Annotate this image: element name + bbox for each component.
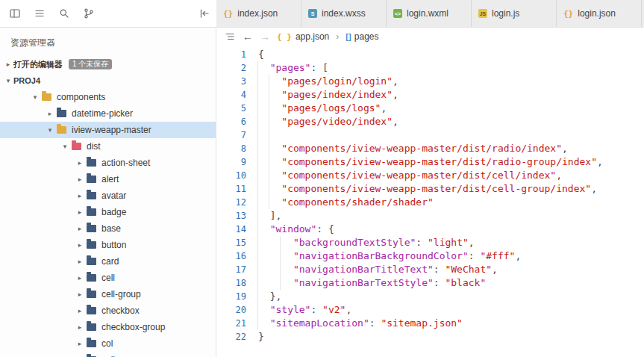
breadcrumb-node[interactable]: [ ] pages [346,31,378,42]
code-line-20: 20 "style": "v2", [216,303,644,317]
tree-item-label: components [57,92,105,102]
line-number: 3 [216,75,246,88]
chevron-down-icon: ▾ [45,126,55,134]
code-line-19: 19 }, [216,290,644,303]
code-line-text: "pages/logs/logs", [246,102,387,115]
folder-icon [87,241,96,249]
tree-item-label: cell-group [101,289,141,299]
tab-index.json[interactable]: {}index.json [216,0,301,27]
chevron-right-icon: ▸ [75,274,85,282]
line-number: 12 [216,196,246,209]
tree-item-dist[interactable]: ▾dist [0,138,216,155]
line-number: 16 [216,249,246,263]
tree-item-col[interactable]: ▸col [0,335,216,352]
breadcrumb: ← → { } app.json › [ ] pages [216,28,644,46]
project-root[interactable]: ▾ PROJ4 [0,72,216,89]
tree-item-checkbox[interactable]: ▸checkbox [0,302,216,319]
code-line-5: 5 "pages/logs/logs", [216,102,644,115]
tab-label: index.json [237,8,278,19]
code-line-1: 1{ [216,48,644,61]
tree-item-button[interactable]: ▸button [0,237,216,253]
list-icon[interactable] [34,7,46,19]
tree-item-label: col [101,338,113,349]
code-line-text: "components/iview-weapp-master/dist/cell… [246,169,562,182]
tree-item-base[interactable]: ▸base [0,220,216,237]
code-lines: 1{2 "pages": [3 "pages/login/login",4 "p… [216,48,644,344]
line-number: 7 [216,128,246,142]
tree-item-cell-group[interactable]: ▸cell-group [0,286,216,302]
tab-login.wxml[interactable]: <>login.wxml [387,0,472,27]
folder-icon [42,93,51,101]
code-line-text: }, [246,290,281,303]
explorer-title: 资源管理器 [0,28,216,56]
folder-icon [87,323,96,331]
tree-item-label: button [101,240,126,250]
back-arrow-icon[interactable]: ← [243,31,253,42]
tree-item-avatar[interactable]: ▸avatar [0,187,216,204]
tab-login.js[interactable]: JSlogin.js [472,0,557,27]
chevron-right-icon: ▸ [75,159,85,167]
forward-arrow-icon[interactable]: → [260,31,270,42]
tree-item-label: cell [101,273,115,283]
code-line-text: "navigationBarTitleText": "WeChat", [246,263,498,276]
tree-item-label: datetime-picker [72,108,133,119]
line-number: 11 [216,182,246,196]
line-number: 9 [216,155,246,169]
toolbar-icon-group [0,0,216,27]
editor-pane: ← → { } app.json › [ ] pages 1{2 "pages"… [216,28,644,357]
code-line-10: 10 "components/iview-weapp-master/dist/c… [216,169,644,182]
folder-icon [87,225,96,232]
tree-item-components[interactable]: ▾components [0,89,216,105]
code-line-21: 21 "sitemapLocation": "sitemap.json" [216,317,644,330]
folder-icon [57,126,66,134]
code-line-text: "sitemapLocation": "sitemap.json" [246,317,463,330]
code-line-text [246,128,258,142]
tree-item-card[interactable]: ▸card [0,253,216,270]
tab-index.wxss[interactable]: Sindex.wxss [301,0,387,27]
tree-item-badge[interactable]: ▸badge [0,204,216,220]
panel-layout-icon[interactable] [9,7,21,19]
code-line-text: "navigationBarTextStyle": "black" [246,276,486,290]
tree-item-label: badge [101,207,126,217]
split-editor-icon[interactable] [198,7,210,19]
git-branch-icon[interactable] [83,7,95,19]
code-line-13: 13 ], [216,209,644,223]
line-number: 13 [216,209,246,223]
tree-item-collapse[interactable]: ▸collapse [0,352,216,357]
chevron-right-icon: ▸ [75,176,85,183]
file-tree: ▾components▸datetime-picker▾iview-weapp-… [0,89,216,357]
chevron-right-icon: ▸ [75,323,85,331]
tree-item-cell[interactable]: ▸cell [0,270,216,286]
wxml-file-icon: <> [393,9,402,18]
code-line-text: "components/iview-weapp-master/dist/radi… [246,155,603,169]
outline-icon[interactable] [224,31,236,43]
unsaved-badge: 1 个未保存 [69,59,112,69]
breadcrumb-file[interactable]: { } app.json [277,31,329,42]
tab-login.json[interactable]: {}login.json [557,0,642,27]
top-toolbar: {}index.jsonSindex.wxss<>login.wxmlJSlog… [0,0,644,28]
open-editors-section[interactable]: ▸ 打开的编辑器 1 个未保存 [0,56,216,72]
tree-item-label: checkbox-group [101,322,165,332]
tree-item-checkbox-group[interactable]: ▸checkbox-group [0,319,216,335]
js-file-icon: JS [478,9,487,18]
folder-icon [87,274,96,282]
ide-window: {}index.jsonSindex.wxss<>login.wxmlJSlog… [0,0,644,357]
code-area[interactable]: 1{2 "pages": [3 "pages/login/login",4 "p… [216,46,644,357]
chevron-right-icon: ▸ [75,340,85,347]
search-icon[interactable] [58,7,70,19]
json-file-icon: {} [223,9,233,19]
code-line-text: "navigationBarBackgroundColor": "#fff", [246,249,521,263]
tree-item-datetime-picker[interactable]: ▸datetime-picker [0,105,216,122]
chevron-right-icon: ▸ [45,110,55,117]
code-line-text: { [246,48,264,61]
tree-item-action-sheet[interactable]: ▸action-sheet [0,155,216,171]
chevron-down-icon: ▾ [3,77,13,84]
code-line-text: "components/iview-weapp-master/dist/radi… [246,142,568,155]
tree-item-label: base [101,223,121,234]
chevron-right-icon: ▸ [75,258,85,265]
line-number: 20 [216,303,246,317]
tree-item-alert[interactable]: ▸alert [0,171,216,187]
explorer-sidebar: 资源管理器 ▸ 打开的编辑器 1 个未保存 ▾ PROJ4 ▾component… [0,28,216,357]
tab-label: login.json [578,8,616,19]
tree-item-iview-weapp-master[interactable]: ▾iview-weapp-master [0,122,216,138]
